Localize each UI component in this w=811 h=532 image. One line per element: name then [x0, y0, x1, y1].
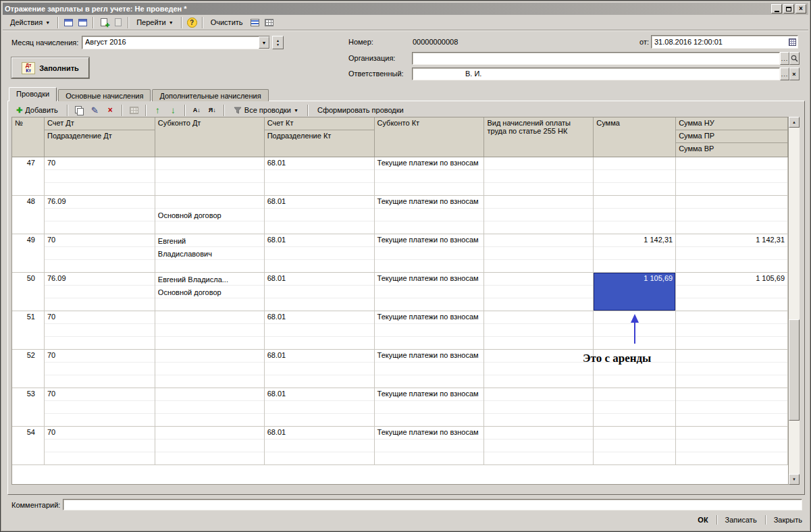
accrual-type-cell[interactable] [484, 427, 594, 464]
save-button[interactable]: Записать [723, 514, 760, 525]
debit-account-cell[interactable]: 70 [45, 388, 155, 426]
credit-account-cell[interactable]: 68.01 [265, 311, 375, 349]
accrual-type-cell[interactable] [484, 350, 594, 388]
debit-account-cell[interactable]: 70 [45, 234, 155, 272]
minimize-button[interactable] [771, 4, 782, 14]
credit-account-cell[interactable]: 68.01 [265, 196, 375, 234]
accrual-type-cell[interactable] [484, 234, 594, 272]
ok-button[interactable]: ОК [695, 514, 710, 525]
month-spinner[interactable]: ▲ ▼ [272, 36, 284, 49]
debit-account-cell[interactable]: 70 [45, 311, 155, 349]
col-header-sum-nu[interactable]: Сумма НУ Сумма ПР Сумма ВР [676, 117, 788, 157]
sum-nu-cell[interactable] [676, 350, 788, 388]
all-postings-filter-button[interactable]: Все проводки ▼ [229, 103, 303, 117]
debit-subconto-cell[interactable] [155, 350, 265, 388]
table-row[interactable]: 4876.09 Основной договор68.01Текущие пла… [12, 196, 788, 234]
sum-cell[interactable] [594, 157, 676, 195]
scroll-up-button[interactable]: ▲ [789, 117, 800, 128]
related-window-button[interactable] [76, 16, 90, 29]
debit-account-cell[interactable]: 70 [45, 157, 155, 195]
credit-subconto-cell[interactable]: Текущие платежи по взносам [375, 388, 485, 426]
col-header-debit[interactable]: Счет Дт Подразделение Дт [45, 117, 155, 157]
sum-cell[interactable] [594, 388, 676, 426]
sum-nu-cell[interactable] [676, 388, 788, 426]
credit-subconto-cell[interactable]: Текущие платежи по взносам [375, 350, 485, 388]
col-header-debit-subconto[interactable]: Субконто Дт [155, 117, 265, 157]
organization-select-button[interactable]: ... [780, 52, 789, 65]
credit-account-cell[interactable]: 68.01 [265, 234, 375, 272]
add-row-button[interactable]: ✚ Добавить [11, 103, 63, 117]
add-copy-button[interactable]: ✚ [97, 16, 111, 29]
sum-nu-cell[interactable]: 1 142,31 [676, 234, 788, 272]
table-row[interactable]: 4970ЕвгенийВладиславович68.01Текущие пла… [12, 234, 788, 273]
table-row[interactable]: 537068.01Текущие платежи по взносам [12, 388, 788, 427]
debit-subconto-cell[interactable] [155, 388, 265, 426]
date-picker-button[interactable] [787, 36, 797, 47]
tab-main-accruals[interactable]: Основные начисления [58, 89, 151, 101]
grid-settings-button[interactable] [262, 16, 276, 29]
accrual-type-cell[interactable] [484, 311, 594, 349]
move-row-down-button[interactable]: ↓ [166, 103, 180, 117]
table-row[interactable]: 477068.01Текущие платежи по взносам [12, 157, 788, 196]
credit-subconto-cell[interactable]: Текущие платежи по взносам [375, 273, 485, 311]
debit-account-cell[interactable]: 76.09 [45, 273, 155, 311]
credit-account-cell[interactable]: 68.01 [265, 157, 375, 195]
vertical-scrollbar[interactable]: ▲ ▼ [789, 117, 800, 485]
credit-subconto-cell[interactable]: Текущие платежи по взносам [375, 427, 485, 464]
sum-cell[interactable]: 1 142,31 [594, 234, 676, 272]
date-input[interactable]: 31.08.2016 12:00:01 [651, 35, 798, 49]
accrual-type-cell[interactable] [484, 157, 594, 195]
col-header-num[interactable]: № [12, 117, 45, 157]
credit-account-cell[interactable]: 68.01 [265, 427, 375, 464]
sort-ascending-button[interactable]: А↓ [190, 103, 204, 117]
sum-nu-cell[interactable] [676, 157, 788, 195]
tab-additional-accruals[interactable]: Дополнительные начисления [152, 89, 268, 101]
clear-button[interactable]: Очистить [206, 16, 248, 29]
open-window-button[interactable] [61, 16, 76, 29]
credit-account-cell[interactable]: 68.01 [265, 388, 375, 426]
col-header-credit[interactable]: Счет Кт Подразделение Кт [265, 117, 375, 157]
maximize-button[interactable] [783, 4, 794, 14]
titlebar[interactable]: Отражение зарплаты в регл учете: Не пров… [3, 3, 808, 15]
table-row[interactable]: 547068.01Текущие платежи по взносам [12, 427, 788, 465]
help-button[interactable]: ? [185, 16, 199, 29]
table-row[interactable]: 517068.01Текущие платежи по взносам [12, 311, 788, 350]
sort-descending-button[interactable]: Я↓ [205, 103, 219, 117]
scrollbar-thumb[interactable] [789, 319, 800, 421]
accrual-type-cell[interactable] [484, 196, 594, 234]
sum-nu-cell[interactable]: 1 105,69 [676, 273, 788, 311]
credit-subconto-cell[interactable]: Текущие платежи по взносам [375, 196, 485, 234]
organization-input[interactable] [412, 52, 780, 65]
list-settings-button[interactable] [248, 16, 262, 29]
month-combobox[interactable]: Август 2016 ▼ [82, 36, 270, 49]
close-button[interactable]: × [795, 4, 806, 14]
col-header-credit-subconto[interactable]: Субконто Кт [375, 117, 485, 157]
accrual-type-cell[interactable] [484, 273, 594, 311]
actions-button[interactable]: Действия ▼ [5, 16, 55, 29]
table-row[interactable]: 527068.01Текущие платежи по взносам [12, 350, 788, 388]
fill-button[interactable]: Дт Кт Заполнить [11, 57, 89, 78]
generate-postings-button[interactable]: Сформировать проводки [313, 103, 409, 117]
col-header-sum[interactable]: Сумма [594, 117, 676, 157]
tab-postings[interactable]: Проводки [9, 87, 57, 101]
debit-subconto-cell[interactable]: Евгений Владисла...Основной договор [155, 273, 265, 311]
responsible-select-button[interactable]: ... [780, 68, 789, 80]
sum-nu-cell[interactable] [676, 311, 788, 349]
credit-subconto-cell[interactable]: Текущие платежи по взносам [375, 157, 485, 195]
col-header-accrual-type[interactable]: Вид начислений оплаты труда по статье 25… [484, 117, 594, 157]
organization-search-button[interactable] [789, 52, 800, 65]
debit-subconto-cell[interactable] [155, 311, 265, 349]
go-button[interactable]: Перейти ▼ [132, 16, 178, 29]
debit-account-cell[interactable]: 76.09 [45, 196, 155, 234]
credit-subconto-cell[interactable]: Текущие платежи по взносам [375, 234, 485, 272]
edit-row-button[interactable]: ✎ [88, 103, 102, 117]
credit-account-cell[interactable]: 68.01 [265, 350, 375, 388]
debit-account-cell[interactable]: 70 [45, 350, 155, 388]
debit-account-cell[interactable]: 70 [45, 427, 155, 464]
responsible-input[interactable]: В. И. [412, 68, 780, 80]
credit-subconto-cell[interactable]: Текущие платежи по взносам [375, 311, 485, 349]
responsible-clear-button[interactable]: × [789, 68, 800, 80]
debit-subconto-cell[interactable] [155, 427, 265, 464]
accrual-type-cell[interactable] [484, 388, 594, 426]
move-row-up-button[interactable]: ↑ [151, 103, 165, 117]
